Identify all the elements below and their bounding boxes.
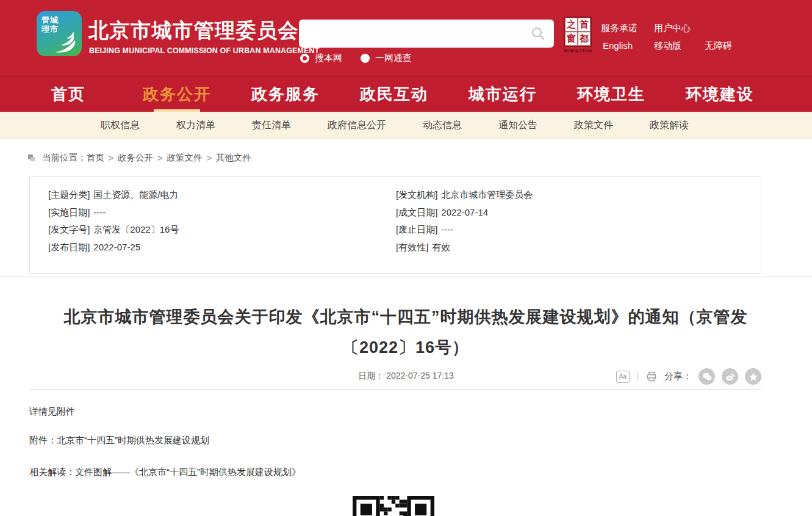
subnav-item-dynamic-info[interactable]: 动态信息 xyxy=(423,112,462,139)
scope-label-network[interactable]: 一网通查 xyxy=(375,53,412,64)
breadcrumb-label: 当前位置： xyxy=(42,152,87,164)
nav-item-city-operation[interactable]: 城市运行 xyxy=(454,77,552,112)
share-label: 分享： xyxy=(664,371,692,382)
breadcrumb-other-files[interactable]: 其他文件 xyxy=(216,152,251,164)
nav-item-home[interactable]: 首页 xyxy=(20,77,117,112)
meta-publish-date: [发布日期]2022-07-25 xyxy=(48,242,179,260)
cw-char: 首 xyxy=(578,18,591,32)
radio-search-site-icon[interactable] xyxy=(300,54,309,63)
subnav-item-policy-readings[interactable]: 政策解读 xyxy=(650,112,689,139)
site-title[interactable]: 北京市城市管理委员会 xyxy=(88,17,299,45)
site-subtitle: BEIJING MUNICIPAL COMMISSION OF URBAN MA… xyxy=(89,46,319,55)
divider xyxy=(29,389,761,390)
capital-window-grid: 之 首 窗 都 xyxy=(564,16,592,47)
nav-item-gov-open[interactable]: 政务公开 xyxy=(128,77,226,112)
meta-topic-category: [主题分类]国土资源、能源/电力 xyxy=(48,189,179,207)
toolbar-divider: | xyxy=(636,371,639,382)
subnav-item-duty-list[interactable]: 责任清单 xyxy=(252,112,291,139)
print-icon[interactable] xyxy=(645,371,658,383)
main-nav: 首页 政务公开 政务服务 政民互动 城市运行 环境卫生 环境建设 xyxy=(0,76,812,112)
link-user-center[interactable]: 用户中心 xyxy=(654,23,691,34)
cw-char: 窗 xyxy=(565,32,578,46)
share-weibo-button[interactable] xyxy=(722,368,738,385)
search-icon[interactable] xyxy=(531,26,545,41)
interpretation-label: 相关解读： xyxy=(29,467,75,477)
qr-code xyxy=(353,496,434,516)
breadcrumb-gov-open[interactable]: 政务公开 xyxy=(118,152,153,164)
body-attachment: 附件：北京市“十四五”时期供热发展建设规划 xyxy=(29,435,209,446)
capital-window-caption: Beijing-China xyxy=(564,48,592,53)
share-wechat-button[interactable] xyxy=(699,368,715,385)
nav-item-env-sanitation[interactable]: 环境卫生 xyxy=(562,77,660,112)
search-box xyxy=(299,20,554,48)
body-interpretation: 相关解读：文件图解——《北京市“十四五”时期供热发展建设规划》 xyxy=(29,467,301,478)
font-size-button[interactable]: Aa xyxy=(616,371,630,383)
breadcrumb-separator: > xyxy=(109,153,113,163)
breadcrumb-separator: > xyxy=(206,153,211,163)
logo-swoosh-icon xyxy=(52,27,81,55)
article-toolbar: Aa | 分享： xyxy=(616,368,761,385)
sub-nav: 职权信息 权力清单 责任清单 政府信息公开 动态信息 通知公告 政策文件 政策解… xyxy=(0,112,812,139)
scope-label-site[interactable]: 搜本网 xyxy=(315,53,342,64)
meta-implement-date: [实施日期]---- xyxy=(48,207,179,225)
subnav-item-notices[interactable]: 通知公告 xyxy=(498,112,537,139)
qzone-star-icon xyxy=(748,371,759,382)
subnav-item-power-list[interactable]: 权力清单 xyxy=(176,112,215,139)
weibo-icon xyxy=(725,371,736,382)
nav-item-interaction[interactable]: 政民互动 xyxy=(345,77,443,112)
site-header: 管城 理市 北京市城市管理委员会 BEIJING MUNICIPAL COMMI… xyxy=(0,0,812,76)
breadcrumb: 当前位置： 首页 > 政务公开 > 政策文件 > 其他文件 xyxy=(28,152,251,164)
cw-char: 之 xyxy=(565,18,578,32)
share-qzone-button[interactable] xyxy=(745,368,761,385)
body-notice: 详情见附件 xyxy=(29,406,75,418)
search-scope-options: 搜本网 一网通查 xyxy=(300,53,412,64)
meta-written-date: [成文日期]2022-07-14 xyxy=(396,207,533,225)
interpretation-link[interactable]: 文件图解——《北京市“十四五”时期供热发展建设规划》 xyxy=(75,467,301,477)
breadcrumb-home[interactable]: 首页 xyxy=(87,152,104,164)
qr-code-image xyxy=(353,496,434,516)
wechat-icon xyxy=(702,371,713,382)
meta-issuing-agency: [发文机构]北京市城市管理委员会 xyxy=(396,189,533,207)
breadcrumb-policy-file[interactable]: 政策文件 xyxy=(167,152,202,164)
nav-item-gov-service[interactable]: 政务服务 xyxy=(237,77,334,112)
document-meta-box: [主题分类]国土资源、能源/电力 [实施日期]---- [发文字号]京管发〔20… xyxy=(29,176,761,274)
agency-logo[interactable]: 管城 理市 xyxy=(37,11,82,56)
subnav-item-policy-files[interactable]: 政策文件 xyxy=(574,112,613,139)
link-service-promise[interactable]: 服务承诺 xyxy=(601,23,638,34)
meta-validity: [有效性]有效 xyxy=(396,242,533,260)
cw-char: 都 xyxy=(578,32,591,46)
attachment-label: 附件： xyxy=(29,435,57,445)
search-input[interactable] xyxy=(307,20,527,48)
link-english[interactable]: English xyxy=(603,40,633,51)
breadcrumb-separator: > xyxy=(157,153,162,163)
attachment-link[interactable]: 北京市“十四五”时期供热发展建设规划 xyxy=(57,435,209,445)
subnav-item-authority-info[interactable]: 职权信息 xyxy=(101,112,140,139)
link-mobile-version[interactable]: 移动版 xyxy=(654,40,681,52)
meta-doc-number: [发文字号]京管发〔2022〕16号 xyxy=(48,224,179,242)
meta-repeal-date: [废止日期]---- xyxy=(396,224,533,242)
divider xyxy=(0,276,812,277)
radio-search-network-icon[interactable] xyxy=(361,54,370,63)
capital-window-logo[interactable]: 之 首 窗 都 Beijing-China xyxy=(564,16,592,53)
article-title: 北京市城市管理委员会关于印发《北京市“十四五”时期供热发展建设规划》的通知（京管… xyxy=(40,302,772,363)
nav-item-env-construction[interactable]: 环境建设 xyxy=(671,77,769,112)
subnav-item-gov-info-open[interactable]: 政府信息公开 xyxy=(328,112,386,139)
link-accessibility[interactable]: 无障碍 xyxy=(705,40,732,52)
breadcrumb-icon xyxy=(28,154,35,161)
